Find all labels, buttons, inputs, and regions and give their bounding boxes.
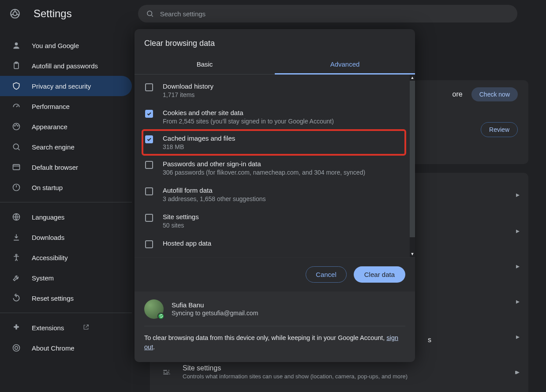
- cancel-button[interactable]: Cancel: [306, 266, 347, 283]
- clear-data-button[interactable]: Clear data: [354, 266, 405, 283]
- sidebar-item-extensions[interactable]: Extensions: [0, 317, 132, 338]
- chevron-right-icon: ▸: [516, 227, 520, 235]
- option-passwords[interactable]: Passwords and other sign-in data 306 pas…: [142, 155, 405, 181]
- scrollbar[interactable]: ▲ ▼: [410, 75, 415, 257]
- sidebar-item-label: Reset settings: [32, 295, 74, 302]
- svg-point-16: [15, 347, 18, 350]
- more-text: ore: [453, 90, 463, 98]
- dialog-tabs: Basic Advanced: [135, 56, 415, 75]
- search-input[interactable]: [160, 10, 509, 18]
- checkbox[interactable]: [145, 135, 153, 143]
- sidebar-item-autofill[interactable]: Autofill and passwords: [0, 56, 132, 76]
- dialog-option-list: Download history 1,717 items Cookies and…: [135, 75, 415, 257]
- sidebar-item-label: About Chrome: [32, 344, 75, 352]
- svg-point-1: [13, 12, 17, 16]
- puzzle-icon: [11, 323, 21, 332]
- sidebar-item-label: Privacy and security: [32, 82, 91, 90]
- sidebar: You and Google Autofill and passwords Pr…: [0, 27, 132, 392]
- divider: [144, 326, 405, 326]
- option-subtitle: From 2,545 sites (you'll stay signed in …: [163, 118, 334, 125]
- speedometer-icon: [11, 102, 21, 111]
- svg-point-14: [15, 254, 17, 256]
- chevron-right-icon: ▸: [516, 297, 520, 306]
- sidebar-item-label: You and Google: [32, 42, 79, 49]
- sidebar-item-performance[interactable]: Performance: [0, 96, 132, 116]
- option-cookies[interactable]: Cookies and other site data From 2,545 s…: [142, 104, 405, 130]
- dialog-title: Clear browsing data: [135, 29, 415, 56]
- option-cached-images[interactable]: Cached images and files 318 MB: [142, 130, 405, 155]
- chevron-right-icon: ▸: [515, 368, 519, 376]
- sidebar-item-label: Default browser: [32, 164, 78, 171]
- external-link-icon: [82, 324, 90, 332]
- tab-basic[interactable]: Basic: [135, 56, 275, 74]
- svg-rect-11: [13, 164, 20, 170]
- checkbox[interactable]: [145, 161, 153, 169]
- accessibility-icon: [11, 253, 21, 262]
- scroll-track[interactable]: [410, 81, 415, 251]
- chevron-right-icon: ▸: [516, 332, 520, 341]
- option-title: Site settings: [163, 213, 199, 220]
- sidebar-item-you-and-google[interactable]: You and Google: [0, 35, 132, 56]
- option-autofill[interactable]: Autofill form data 3 addresses, 1,658 ot…: [142, 181, 405, 208]
- chevron-right-icon: ▸: [516, 190, 520, 199]
- checkbox[interactable]: [145, 214, 153, 222]
- sidebar-divider: [0, 202, 132, 202]
- option-hosted-app-data[interactable]: Hosted app data: [142, 234, 405, 248]
- option-title: Download history: [163, 82, 213, 90]
- option-site-settings[interactable]: Site settings 50 sites: [142, 208, 405, 234]
- sidebar-item-label: On startup: [32, 184, 63, 191]
- option-subtitle: 3 addresses, 1,658 other suggestions: [163, 195, 266, 202]
- checkbox[interactable]: [145, 187, 153, 195]
- sidebar-item-system[interactable]: System: [0, 268, 132, 288]
- option-subtitle: 50 sites: [163, 222, 199, 229]
- sidebar-item-label: Accessibility: [32, 254, 68, 261]
- globe-icon: [11, 213, 21, 221]
- search-icon: [146, 10, 154, 18]
- svg-point-9: [18, 126, 19, 127]
- chrome-icon: [11, 343, 21, 352]
- sidebar-item-search-engine[interactable]: Search engine: [0, 137, 132, 157]
- shield-icon: [11, 82, 21, 90]
- sidebar-item-default-browser[interactable]: Default browser: [0, 157, 132, 177]
- search-icon: [11, 142, 21, 151]
- review-button[interactable]: Review: [481, 122, 518, 137]
- restore-icon: [11, 294, 21, 302]
- sidebar-item-reset[interactable]: Reset settings: [0, 288, 132, 308]
- option-subtitle: 318 MB: [163, 143, 235, 150]
- sidebar-item-label: Extensions: [32, 324, 64, 332]
- tab-advanced[interactable]: Advanced: [275, 56, 415, 75]
- scroll-up-icon[interactable]: ▲: [411, 75, 415, 81]
- sidebar-item-accessibility[interactable]: Accessibility: [0, 247, 132, 268]
- checkbox[interactable]: [145, 110, 153, 118]
- checkbox[interactable]: [145, 240, 153, 248]
- dialog-actions: Cancel Clear data: [135, 257, 415, 291]
- sidebar-item-downloads[interactable]: Downloads: [0, 227, 132, 247]
- footer-note: To clear browsing data from this device …: [144, 333, 405, 353]
- scroll-down-icon[interactable]: ▼: [411, 251, 415, 257]
- search-settings[interactable]: [138, 5, 517, 22]
- scroll-thumb[interactable]: [410, 81, 415, 237]
- option-title: Passwords and other sign-in data: [163, 160, 365, 168]
- sidebar-item-appearance[interactable]: Appearance: [0, 116, 132, 137]
- checkbox[interactable]: [145, 83, 153, 91]
- option-title: Hosted app data: [163, 239, 211, 247]
- sidebar-item-label: Autofill and passwords: [32, 62, 98, 70]
- sidebar-item-languages[interactable]: Languages: [0, 207, 132, 227]
- sidebar-item-label: Appearance: [32, 123, 67, 131]
- sync-status-icon: [157, 313, 165, 320]
- option-subtitle: 306 passwords (for flikover.com, nameche…: [163, 169, 365, 176]
- clear-browsing-data-dialog: Clear browsing data Basic Advanced Downl…: [135, 29, 415, 362]
- option-subtitle: 1,717 items: [163, 91, 213, 98]
- sidebar-item-privacy-security[interactable]: Privacy and security: [0, 76, 132, 96]
- chevron-right-icon: ▸: [516, 262, 520, 270]
- svg-point-10: [13, 144, 19, 149]
- sidebar-item-about-chrome[interactable]: About Chrome: [0, 338, 132, 358]
- check-now-button[interactable]: Check now: [471, 87, 518, 101]
- profile-name: Sufia Banu: [172, 301, 258, 309]
- sidebar-item-label: Downloads: [32, 234, 64, 241]
- option-download-history[interactable]: Download history 1,717 items: [142, 77, 405, 104]
- palette-icon: [11, 122, 21, 131]
- row-title: Site settings: [183, 364, 408, 372]
- sidebar-item-on-startup[interactable]: On startup: [0, 177, 132, 198]
- power-icon: [11, 183, 21, 192]
